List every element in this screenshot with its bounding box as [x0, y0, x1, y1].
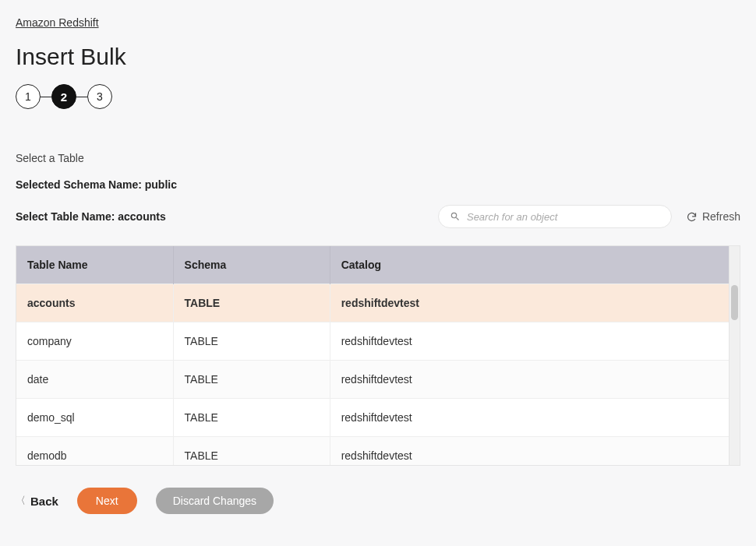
cell-table-name: demo_sql: [16, 399, 173, 437]
table-row[interactable]: date TABLE redshiftdevtest: [16, 361, 729, 399]
selected-schema-line: Selected Schema Name: public: [16, 178, 740, 191]
cell-schema: TABLE: [173, 399, 330, 437]
cell-catalog: redshiftdevtest: [330, 284, 729, 322]
back-button[interactable]: 〈 Back: [16, 494, 58, 508]
step-connector: [41, 97, 51, 97]
page-title: Insert Bulk: [16, 44, 740, 70]
cell-table-name: accounts: [16, 284, 173, 322]
search-input-wrapper[interactable]: [438, 205, 672, 228]
refresh-icon: [686, 211, 698, 223]
cell-table-name: date: [16, 361, 173, 399]
cell-catalog: redshiftdevtest: [330, 399, 729, 437]
section-label: Select a Table: [16, 152, 740, 164]
selected-schema-label: Selected Schema Name:: [16, 178, 145, 191]
step-1[interactable]: 1: [16, 84, 41, 109]
selected-schema-value: public: [145, 178, 177, 191]
table-row[interactable]: demo_sql TABLE redshiftdevtest: [16, 399, 729, 437]
table-row[interactable]: accounts TABLE redshiftdevtest: [16, 284, 729, 322]
next-button[interactable]: Next: [77, 488, 137, 514]
footer-actions: 〈 Back Next Discard Changes: [16, 488, 740, 514]
table-container: Table Name Schema Catalog accounts TABLE…: [16, 245, 740, 466]
column-header-schema[interactable]: Schema: [173, 246, 330, 284]
column-header-table-name[interactable]: Table Name: [16, 246, 173, 284]
table-row[interactable]: company TABLE redshiftdevtest: [16, 322, 729, 361]
select-table-line: Select Table Name: accounts: [16, 210, 166, 223]
table-row[interactable]: demodb TABLE redshiftdevtest: [16, 437, 729, 466]
cell-catalog: redshiftdevtest: [330, 361, 729, 399]
scrollbar-thumb[interactable]: [731, 285, 738, 320]
tables-list: Table Name Schema Catalog accounts TABLE…: [16, 246, 729, 465]
cell-schema: TABLE: [173, 437, 330, 466]
breadcrumb-link-amazon-redshift[interactable]: Amazon Redshift: [16, 16, 99, 29]
discard-changes-button[interactable]: Discard Changes: [156, 488, 274, 514]
step-connector: [76, 97, 87, 97]
back-label: Back: [30, 495, 58, 508]
search-icon: [450, 211, 461, 222]
select-table-label: Select Table Name:: [16, 210, 118, 223]
refresh-label: Refresh: [702, 210, 740, 223]
cell-table-name: demodb: [16, 437, 173, 466]
wizard-stepper: 1 2 3: [16, 84, 740, 109]
step-3[interactable]: 3: [87, 84, 112, 109]
search-input[interactable]: [467, 211, 660, 223]
refresh-button[interactable]: Refresh: [686, 210, 740, 223]
cell-schema: TABLE: [173, 284, 330, 322]
cell-schema: TABLE: [173, 322, 330, 361]
step-2[interactable]: 2: [51, 84, 76, 109]
cell-catalog: redshiftdevtest: [330, 437, 729, 466]
cell-schema: TABLE: [173, 361, 330, 399]
select-table-value: accounts: [118, 210, 165, 223]
table-scrollbar[interactable]: [729, 246, 740, 465]
chevron-left-icon: 〈: [16, 494, 26, 508]
cell-table-name: company: [16, 322, 173, 361]
column-header-catalog[interactable]: Catalog: [330, 246, 729, 284]
cell-catalog: redshiftdevtest: [330, 322, 729, 361]
